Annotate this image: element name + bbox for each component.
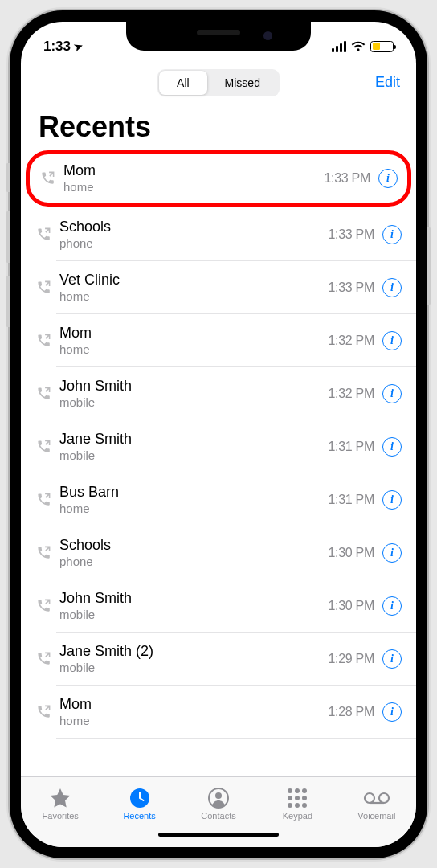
voicemail-icon [363, 788, 390, 809]
call-right: 1:31 PMi [329, 437, 402, 457]
tab-voicemail[interactable]: Voicemail [337, 777, 416, 826]
call-right: 1:28 PMi [329, 702, 402, 722]
tab-label: Voicemail [357, 811, 395, 821]
keypad-icon [288, 788, 307, 809]
info-button[interactable]: i [382, 702, 402, 722]
screen: 1:33 ➤ All Missed Edit [21, 22, 416, 847]
call-row[interactable]: Jane Smith (2)mobile1:29 PMi [21, 633, 416, 686]
call-name: Bus Barn [59, 484, 329, 501]
call-main: Jane Smithmobile [59, 431, 329, 462]
call-right: 1:31 PMi [329, 490, 402, 510]
call-sub: home [59, 502, 329, 516]
call-sub: home [59, 714, 329, 728]
info-button[interactable]: i [382, 437, 402, 457]
call-name: Mom [63, 162, 325, 179]
call-row[interactable]: John Smithmobile1:30 PMi [21, 579, 416, 633]
call-right: 1:32 PMi [329, 384, 402, 403]
call-row[interactable]: Schoolsphone1:30 PMi [21, 526, 416, 579]
call-main: John Smithmobile [59, 378, 329, 409]
outgoing-call-icon [32, 280, 55, 295]
call-main: Schoolsphone [59, 219, 329, 250]
call-row[interactable]: Vet Clinichome1:33 PMi [21, 261, 416, 314]
info-button[interactable]: i [382, 225, 402, 244]
segment-missed[interactable]: Missed [207, 71, 278, 95]
outgoing-call-icon [32, 333, 55, 348]
call-right: 1:33 PMi [325, 169, 398, 188]
clock-icon [129, 788, 150, 809]
call-time: 1:33 PM [329, 227, 375, 242]
recents-list[interactable]: Momhome1:33 PMiSchoolsphone1:33 PMiVet C… [21, 149, 416, 776]
call-row[interactable]: Momhome1:32 PMi [21, 314, 416, 367]
call-time: 1:31 PM [329, 440, 375, 454]
call-name: Mom [59, 325, 329, 342]
tab-keypad[interactable]: Keypad [258, 777, 337, 826]
call-sub: phone [59, 555, 329, 569]
call-row[interactable]: John Smithmobile1:32 PMi [21, 367, 416, 420]
call-main: Momhome [63, 162, 325, 194]
call-sub: mobile [59, 661, 329, 675]
info-button[interactable]: i [382, 596, 402, 616]
call-main: Momhome [59, 696, 329, 727]
call-name: Jane Smith [59, 431, 329, 448]
call-sub: mobile [59, 396, 329, 410]
call-name: Mom [59, 696, 329, 713]
call-name: John Smith [59, 590, 329, 607]
call-time: 1:30 PM [329, 599, 375, 613]
call-sub: home [59, 343, 329, 357]
power-button [427, 227, 431, 305]
home-indicator[interactable] [158, 833, 279, 837]
tab-contacts[interactable]: Contacts [179, 777, 258, 826]
call-row[interactable]: Bus Barnhome1:31 PMi [21, 473, 416, 526]
tab-recents[interactable]: Recents [100, 777, 178, 826]
svg-point-2 [215, 792, 222, 799]
front-camera [263, 31, 272, 40]
filter-segmented-control: All Missed [157, 69, 280, 96]
tab-label: Recents [123, 811, 155, 821]
wifi-icon [351, 41, 366, 51]
call-sub: home [59, 290, 329, 304]
outgoing-call-icon [32, 439, 55, 454]
info-button[interactable]: i [382, 490, 402, 510]
outgoing-call-icon [36, 170, 59, 186]
status-time: 1:33 ➤ [43, 39, 83, 55]
call-row[interactable]: Momhome1:28 PMi [21, 686, 416, 739]
star-icon [49, 788, 71, 809]
call-name: John Smith [59, 378, 329, 395]
call-time: 1:28 PM [329, 705, 375, 719]
info-button[interactable]: i [378, 169, 398, 188]
tab-label: Keypad [283, 811, 312, 821]
segment-all[interactable]: All [159, 71, 207, 95]
volume-down-button [6, 276, 10, 327]
outgoing-call-icon [32, 492, 55, 507]
call-time: 1:33 PM [329, 280, 375, 295]
battery-icon [370, 41, 394, 52]
call-time: 1:31 PM [329, 493, 375, 507]
svg-point-3 [365, 793, 374, 803]
info-button[interactable]: i [382, 649, 402, 669]
location-icon: ➤ [72, 39, 84, 54]
call-sub: mobile [59, 449, 329, 463]
info-button[interactable]: i [382, 278, 402, 297]
info-button[interactable]: i [382, 543, 402, 563]
call-sub: mobile [59, 608, 329, 622]
call-right: 1:30 PMi [329, 596, 402, 616]
call-right: 1:33 PMi [329, 278, 402, 297]
outgoing-call-icon [32, 545, 55, 560]
outgoing-call-icon [32, 651, 55, 666]
call-time: 1:32 PM [329, 387, 375, 401]
call-name: Schools [59, 219, 329, 235]
call-right: 1:32 PMi [329, 331, 402, 350]
tab-favorites[interactable]: Favorites [21, 777, 100, 826]
tab-label: Contacts [201, 811, 235, 821]
outgoing-call-icon [32, 598, 55, 613]
svg-point-4 [379, 793, 389, 803]
info-button[interactable]: i [382, 331, 402, 350]
call-row[interactable]: Jane Smithmobile1:31 PMi [21, 420, 416, 473]
call-main: Schoolsphone [59, 537, 329, 568]
page-title: Recents [21, 104, 416, 149]
call-row[interactable]: Momhome1:33 PMi [26, 150, 411, 207]
info-button[interactable]: i [382, 384, 402, 403]
call-row[interactable]: Schoolsphone1:33 PMi [21, 208, 416, 261]
edit-button[interactable]: Edit [375, 74, 400, 91]
call-time: 1:33 PM [325, 171, 371, 186]
